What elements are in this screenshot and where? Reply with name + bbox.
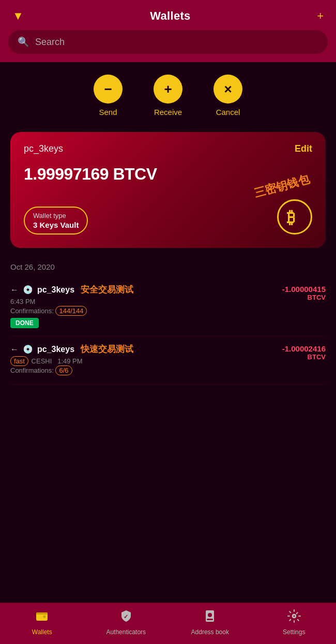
nav-item-wallets[interactable]: Wallets — [21, 609, 63, 636]
nav-item-authenticators[interactable]: ✓ Authenticators — [105, 609, 147, 636]
tx-annotation-cn-2: 快速交易测试 — [81, 343, 133, 355]
tx-confirmations-2: Confirmations: 6/6 — [10, 367, 282, 374]
nav-label-address-book: Address book — [191, 628, 229, 636]
actions-row: − Send + Receive × Cancel — [0, 62, 336, 127]
card-type-value: 3 Keys Vault — [33, 221, 79, 229]
date-separator: Oct 26, 2020 — [0, 260, 336, 276]
card-wallet-name: pc_3keys — [24, 143, 63, 154]
fast-label: fast — [10, 356, 28, 366]
transaction-list: ← 💿 pc_3keys 安全交易测试 6:43 PM Confirmation… — [0, 276, 336, 385]
svg-point-6 — [208, 613, 212, 617]
search-bar: 🔍 — [0, 30, 336, 62]
search-input[interactable] — [35, 37, 318, 48]
send-icon-circle: − — [94, 75, 123, 104]
svg-text:✓: ✓ — [124, 613, 128, 620]
tx-time-1: 6:43 PM — [10, 298, 282, 305]
tx-confirmations-1: Confirmations: 144/144 — [10, 307, 282, 315]
search-icon: 🔍 — [18, 36, 29, 48]
card-type-label: Wallet type — [33, 212, 79, 219]
tx-wallet-name: pc_3keys — [37, 285, 74, 295]
nav-label-wallets: Wallets — [32, 628, 52, 636]
wallet-card[interactable]: pc_3keys Edit 1.99997169 BTCV 三密钥钱包 Wall… — [10, 132, 326, 248]
svg-point-3 — [43, 616, 46, 618]
nav-item-address-book[interactable]: Address book — [189, 609, 231, 636]
svg-point-10 — [293, 616, 295, 617]
tx-amount-section-1: -1.00000415 BTCV — [282, 284, 326, 301]
wallets-icon — [35, 609, 49, 626]
wallet-card-section: pc_3keys Edit 1.99997169 BTCV 三密钥钱包 Wall… — [0, 127, 336, 260]
settings-icon — [287, 609, 301, 626]
nav-item-settings[interactable]: Settings — [273, 609, 315, 636]
edit-wallet-button[interactable]: Edit — [295, 143, 312, 154]
send-label: Send — [99, 108, 117, 116]
wallet-icon: 💿 — [23, 285, 33, 295]
filter-icon[interactable]: ▼ — [12, 9, 24, 23]
cancel-button[interactable]: × Cancel — [213, 75, 242, 116]
tx-currency-1: BTCV — [282, 294, 326, 301]
confirmations-value-1: 144/144 — [55, 306, 87, 316]
svg-text:₿: ₿ — [287, 208, 295, 227]
table-row[interactable]: ← 💿 pc_3keys 安全交易测试 6:43 PM Confirmation… — [10, 276, 326, 336]
tx-direction-icon: ← — [10, 285, 19, 295]
authenticators-icon: ✓ — [119, 609, 133, 626]
confirmations-value-2: 6/6 — [55, 365, 72, 375]
btc-logo-icon: ₿ — [277, 199, 312, 235]
svg-rect-7 — [207, 619, 213, 620]
receive-icon-circle: + — [154, 75, 182, 104]
wallet-icon: 💿 — [23, 344, 33, 354]
tx-status-badge-1: DONE — [10, 318, 39, 328]
tx-currency-2: BTCV — [282, 353, 326, 361]
tx-label2: CESHI — [32, 357, 52, 365]
page-title: Wallets — [150, 9, 190, 23]
tx-time-2: fast CESHI 1:49 PM — [10, 357, 282, 365]
header: ▼ Wallets + — [0, 0, 336, 30]
tx-annotation-cn-1: 安全交易测试 — [81, 284, 133, 296]
tx-wallet-name: pc_3keys — [37, 345, 74, 354]
address-book-icon — [203, 609, 217, 626]
tx-amount-section-2: -1.00002416 BTCV — [282, 343, 326, 361]
table-row[interactable]: ← 💿 pc_3keys 快速交易测试 fast CESHI 1:49 PM C… — [10, 336, 326, 385]
card-type-box: Wallet type 3 Keys Vault — [24, 207, 88, 235]
cancel-icon-circle: × — [213, 75, 242, 104]
bottom-navigation: Wallets ✓ Authenticators Address book — [0, 603, 336, 644]
tx-amount-2: -1.00002416 — [282, 344, 326, 353]
receive-button[interactable]: + Receive — [154, 75, 182, 116]
receive-label: Receive — [154, 108, 182, 116]
nav-label-settings: Settings — [283, 628, 305, 636]
cancel-label: Cancel — [216, 108, 240, 116]
nav-label-authenticators: Authenticators — [106, 628, 146, 636]
add-icon[interactable]: + — [317, 9, 324, 23]
card-balance: 1.99997169 BTCV — [24, 165, 312, 184]
send-button[interactable]: − Send — [94, 75, 123, 116]
tx-amount-1: -1.00000415 — [282, 285, 326, 294]
tx-direction-icon: ← — [10, 345, 19, 354]
svg-rect-2 — [36, 612, 48, 614]
